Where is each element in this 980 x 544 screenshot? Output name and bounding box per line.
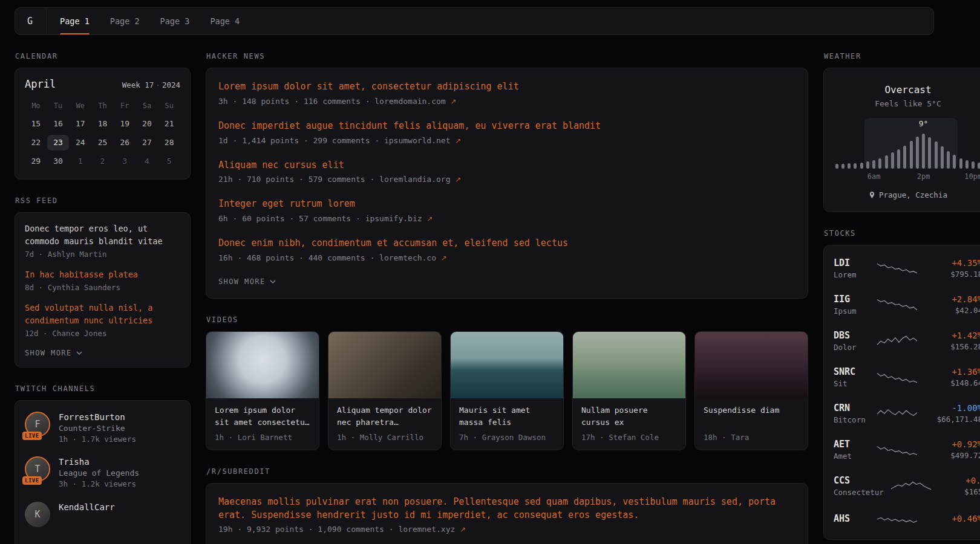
weather-time-label: 2pm <box>917 172 930 181</box>
hn-title-link[interactable]: Donec enim nibh, condimentum et accumsan… <box>218 237 795 250</box>
calendar-day: 26 <box>114 135 136 151</box>
weather-feels-like: Feels like 5°C <box>834 99 980 108</box>
stock-row[interactable]: DBSDolor +1.42%$156.28 <box>834 323 980 359</box>
stock-row[interactable]: LDILorem +4.35%$795.18 <box>834 250 980 287</box>
stock-change: +2.84% <box>927 294 980 304</box>
hackernews-section-label: HACKER NEWS <box>206 52 808 60</box>
video-title[interactable]: Lorem ipsum dolor sit amet consectetu… <box>215 404 310 429</box>
stock-name: Lorem <box>834 270 870 279</box>
stock-symbol: AET <box>834 439 870 450</box>
stock-row[interactable]: IIGIpsum +2.84%$42.04 <box>834 287 980 323</box>
video-thumbnail[interactable] <box>573 332 685 398</box>
calendar-day-selected: 23 <box>47 135 70 151</box>
rss-title-link[interactable]: In hac habitasse platea <box>25 268 180 281</box>
video-thumbnail[interactable] <box>695 332 808 398</box>
calendar-day-header: Su <box>158 99 180 113</box>
hn-title-link[interactable]: Aliquam nec cursus elit <box>218 159 795 172</box>
calendar-year: 2024 <box>162 80 180 89</box>
video-card[interactable]: Lorem ipsum dolor sit amet consectetu… 1… <box>206 331 319 450</box>
live-badge: LIVE <box>22 476 42 485</box>
video-card[interactable]: Aliquam tempor dolor nec pharetra… 1h · … <box>328 331 442 450</box>
rss-title-link[interactable]: Donec tempor eros leo, ut commodo mauris… <box>25 222 180 248</box>
video-thumbnail[interactable] <box>451 332 563 398</box>
navbar: G Page 1 Page 2 Page 3 Page 4 <box>15 7 934 35</box>
stock-row[interactable]: CCSConsectetur +0.51%$165.84 <box>834 468 980 504</box>
subreddit-meta-text: 19h · 9,932 points · 1,090 comments · lo… <box>218 525 455 534</box>
hn-title-link[interactable]: Lorem ipsum dolor sit amet, consectetur … <box>218 80 795 94</box>
calendar-day: 1 <box>69 154 91 169</box>
stock-row[interactable]: CRNBitcorn -1.00%$66,171.48 <box>834 395 980 432</box>
stock-name: Consectetur <box>834 488 884 497</box>
stock-row[interactable]: AHS +0.46% <box>834 504 980 534</box>
stock-sparkline <box>876 333 918 349</box>
app-logo[interactable]: G <box>27 8 47 34</box>
calendar-day-header: Th <box>91 99 114 113</box>
stock-change: +1.36% <box>927 367 980 377</box>
stock-price: $795.18 <box>927 270 980 279</box>
weather-section-label: WEATHER <box>824 52 980 60</box>
channel-name: ForrestBurton <box>59 412 136 423</box>
video-card[interactable]: Mauris sit amet massa felis 7h · Grayson… <box>450 331 564 450</box>
stocks-section-label: STOCKS <box>824 229 980 238</box>
video-title[interactable]: Mauris sit amet massa felis <box>459 404 555 429</box>
twitch-channel-row[interactable]: F LIVE ForrestBurton Counter-Strike 1h ·… <box>25 412 180 445</box>
videos-section-label: VIDEOS <box>206 316 808 324</box>
video-title[interactable]: Suspendisse diam <box>704 404 799 429</box>
avatar: T LIVE <box>25 456 50 482</box>
hn-meta-text: 21h · 710 points · 579 comments · loreml… <box>218 175 451 184</box>
video-meta: 7h · Grayson Dawson <box>459 433 555 442</box>
hn-title-link[interactable]: Donec imperdiet augue tincidunt felis al… <box>218 120 795 133</box>
weather-hour-bar <box>878 158 881 169</box>
hn-title-link[interactable]: Integer eget rutrum lorem <box>218 198 795 211</box>
video-thumbnail[interactable] <box>328 332 441 398</box>
external-link-icon: ↗ <box>460 525 466 534</box>
video-card[interactable]: Suspendisse diam 18h · Tara <box>694 331 808 450</box>
rss-item: In hac habitasse platea 8d · Cynthia Sau… <box>25 268 180 292</box>
subreddit-section-label: /R/SUBREDDIT <box>206 467 808 476</box>
channel-meta: 1h · 1.7k viewers <box>59 434 136 445</box>
hn-show-more-button[interactable]: SHOW MORE <box>218 277 276 286</box>
stock-sparkline <box>876 406 918 421</box>
stock-symbol: CRN <box>834 403 870 413</box>
tab-page-1[interactable]: Page 1 <box>60 8 90 34</box>
calendar-day: 25 <box>91 135 114 151</box>
stock-row[interactable]: AETAmet +0.92%$499.72 <box>834 432 980 468</box>
hn-item-meta: 21h · 710 points · 579 comments · loreml… <box>218 175 795 184</box>
stock-price: $156.28 <box>927 342 980 351</box>
hn-item: Aliquam nec cursus elit 21h · 710 points… <box>218 159 795 184</box>
avatar: K <box>25 502 50 527</box>
stock-row[interactable]: SNRCSit +1.36%$148.64 <box>834 359 980 395</box>
external-link-icon: ↗ <box>451 97 457 106</box>
twitch-channel-row[interactable]: K KendallCarr <box>25 502 180 527</box>
stock-sparkline <box>876 442 918 458</box>
weather-hour-bar <box>910 141 913 169</box>
weather-hour-bar <box>959 158 962 169</box>
stock-name: Bitcorn <box>834 415 870 424</box>
video-card[interactable]: Nullam posuere cursus ex 17h · Stefan Co… <box>572 331 686 450</box>
subreddit-post-title-link[interactable]: Maecenas mollis pulvinar erat non posuer… <box>218 496 795 522</box>
hn-item: Lorem ipsum dolor sit amet, consectetur … <box>218 80 795 106</box>
weather-widget: Overcast Feels like 5°C 9° 6am2pm10pm Pr… <box>823 68 980 212</box>
calendar-grid: MoTuWeThFrSaSu15161718192021222324252627… <box>25 99 180 169</box>
weather-time-labels: 6am2pm10pm <box>834 172 980 182</box>
video-thumbnail[interactable] <box>206 332 319 398</box>
hn-item: Donec imperdiet augue tincidunt felis al… <box>218 120 795 145</box>
tab-page-2[interactable]: Page 2 <box>110 8 140 34</box>
video-title[interactable]: Nullam posuere cursus ex <box>581 404 677 429</box>
dashboard-grid: CALENDAR April Week 17·2024 MoTuWeThFrSa… <box>15 35 934 544</box>
tab-page-4[interactable]: Page 4 <box>210 8 240 34</box>
hn-meta-text: 16h · 468 points · 440 comments · loremt… <box>218 253 436 262</box>
weather-hour-bar <box>916 137 919 169</box>
calendar-day-header: Mo <box>25 99 47 113</box>
rss-show-more-button[interactable]: SHOW MORE <box>25 349 82 357</box>
video-title[interactable]: Aliquam tempor dolor nec pharetra… <box>337 404 433 429</box>
twitch-channel-row[interactable]: T LIVE Trisha League of Legends 3h · 1.2… <box>25 456 180 490</box>
stock-symbol: AHS <box>834 513 870 524</box>
rss-title-link[interactable]: Sed volutpat nulla nisl, a condimentum n… <box>25 302 180 327</box>
calendar-day-header: Fr <box>114 99 136 113</box>
weather-location-text: Prague, Czechia <box>879 190 947 199</box>
stocks-widget: LDILorem +4.35%$795.18 IIGIpsum +2.84%$4… <box>823 245 980 540</box>
tab-page-3[interactable]: Page 3 <box>160 8 190 34</box>
calendar-day: 22 <box>25 135 47 151</box>
right-column: WEATHER Overcast Feels like 5°C 9° 6am2p… <box>823 35 980 540</box>
